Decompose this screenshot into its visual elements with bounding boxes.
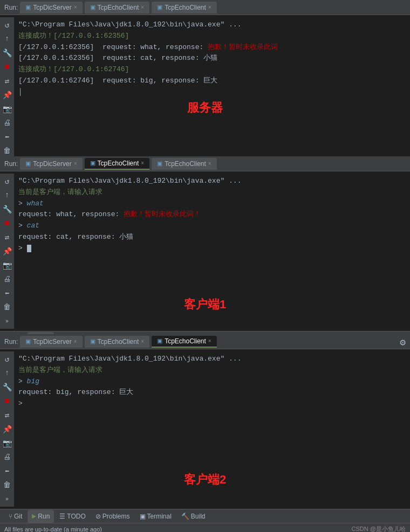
client1-tab-2[interactable]: ▣ TcpEchoClient × — [85, 158, 150, 170]
run-triangle-3: ▶ — [32, 513, 36, 520]
client1-tab-1-close[interactable]: × — [74, 161, 77, 167]
client2-tab-1[interactable]: ▣ TcpDicServer × — [20, 336, 82, 348]
client2-bottom-toolbar: ⑂ Git ▶ Run ☰ TODO ⊘ Problems ▣ Terminal… — [0, 509, 410, 523]
c1-line-5: > cat — [18, 220, 406, 232]
c2-restart-btn[interactable]: ↺ — [2, 354, 12, 364]
client2-tab-1-close[interactable]: × — [74, 338, 77, 344]
server-tab-2-close[interactable]: × — [141, 4, 144, 10]
client2-tab-3-close[interactable]: × — [208, 338, 211, 344]
client1-tab-1-icon: ▣ — [25, 160, 31, 167]
client1-tab-3-label: TcpEchoClient — [165, 160, 206, 168]
c1-cursor-line: > — [18, 243, 406, 254]
problems-tab-3[interactable]: ⊘ Problems — [91, 510, 134, 523]
client2-tab-2-icon: ▣ — [90, 338, 95, 345]
c1-input-what: what — [27, 199, 44, 208]
server-run-label: Run: — [4, 4, 18, 11]
terminal-label-3: Terminal — [147, 513, 172, 520]
client1-tab-2-close[interactable]: × — [141, 160, 144, 166]
server-tab-3[interactable]: ▣ TcpEchoClient × — [152, 2, 217, 13]
trash-btn[interactable]: 🗑 — [2, 146, 12, 156]
pin-btn[interactable]: 📌 — [2, 89, 12, 100]
c2-input-big: big — [27, 377, 39, 385]
c2-wrench-btn[interactable]: 🔧 — [2, 382, 12, 392]
c1-back-btn[interactable]: ⬅ — [2, 288, 12, 299]
c1-stop-btn[interactable]: ■ — [2, 218, 12, 229]
terminal-tab-3[interactable]: ▣ Terminal — [135, 510, 176, 523]
wrap-btn[interactable]: ⇄ — [2, 75, 12, 86]
c1-camera-btn[interactable]: 📷 — [2, 260, 12, 271]
client2-tab-3-label: TcpEchoClient — [165, 337, 206, 345]
client2-console: ↺ ↑ 🔧 ■ ⇄ 📌 📷 🖨 ⬅ 🗑 » "C:\Program Files\… — [0, 349, 410, 509]
c2-more-btn[interactable]: » — [2, 494, 12, 505]
server-tab-1-icon: ▣ — [25, 4, 31, 11]
client2-tab-2-close[interactable]: × — [141, 338, 144, 344]
client1-output: "C:\Program Files\Java\jdk1.8.0_192\bin\… — [14, 174, 410, 329]
client2-run-label: Run: — [4, 338, 18, 346]
client1-panel: Run: ▣ TcpDicServer × ▣ TcpEchoClient × … — [0, 156, 410, 334]
c1-line-4: request: what, response: 抱歉！暂时未收录此词！ — [18, 209, 406, 220]
c2-trash-btn[interactable]: 🗑 — [2, 480, 12, 490]
server-tab-3-label: TcpEchoClient — [165, 4, 206, 11]
c2-wrap-btn[interactable]: ⇄ — [2, 410, 12, 420]
c1-trash-btn[interactable]: 🗑 — [2, 302, 12, 313]
git-icon-3: ⑂ — [9, 513, 12, 520]
c1-pin-btn[interactable]: 📌 — [2, 246, 12, 257]
back-btn[interactable]: ⬅ — [2, 132, 12, 142]
client2-run-bar: Run: ▣ TcpDicServer × ▣ TcpEchoClient × … — [0, 334, 410, 349]
client2-tab-3[interactable]: ▣ TcpEchoClient × — [152, 336, 217, 348]
c2-camera-btn[interactable]: 📷 — [2, 438, 12, 448]
c2-line-4: request: big, response: 巨大 — [18, 387, 406, 398]
c1-more-btn[interactable]: » — [2, 316, 12, 327]
csdn-badge: CSDN @是小鱼儿哈 — [352, 525, 406, 532]
camera-btn[interactable]: 📷 — [2, 103, 12, 114]
client2-tab-1-label: TcpDicServer — [33, 338, 71, 346]
client1-tab-3[interactable]: ▣ TcpEchoClient × — [152, 158, 217, 170]
todo-label-3: TODO — [67, 513, 85, 520]
server-tab-2[interactable]: ▣ TcpEchoClient × — [85, 2, 150, 13]
client1-run-label: Run: — [4, 160, 18, 168]
run-label-3: Run — [38, 513, 50, 520]
restart-btn[interactable]: ↺ — [2, 19, 12, 30]
c2-line-3: > big — [18, 376, 406, 388]
build-label-3: Build — [191, 513, 206, 520]
c1-wrench-btn[interactable]: 🔧 — [2, 204, 12, 215]
client1-tab-3-close[interactable]: × — [208, 161, 211, 167]
print-btn[interactable]: 🖨 — [2, 118, 12, 128]
c2-back-btn[interactable]: ⬅ — [2, 466, 12, 476]
server-tab-1-close[interactable]: × — [74, 4, 77, 10]
c2-print-btn[interactable]: 🖨 — [2, 452, 12, 462]
client1-tab-1[interactable]: ▣ TcpDicServer × — [20, 158, 82, 170]
server-toolbar: ↺ ↑ 🔧 ■ ⇄ 📌 📷 🖨 ⬅ 🗑 » — [0, 17, 14, 172]
c2-line-2: 当前是客户端，请输入请求 — [18, 365, 406, 376]
up-btn[interactable]: ↑ — [2, 33, 12, 44]
c2-pin-btn[interactable]: 📌 — [2, 424, 12, 434]
c1-response-red-1: 抱歉！暂时未收录此词！ — [124, 210, 201, 218]
client1-tab-3-icon: ▣ — [157, 160, 162, 167]
build-tab-3[interactable]: 🔨 Build — [177, 510, 210, 523]
c2-stop-btn[interactable]: ■ — [2, 396, 12, 406]
server-tab-3-close[interactable]: × — [208, 4, 211, 10]
client2-tab-2[interactable]: ▣ TcpEchoClient × — [85, 336, 150, 348]
wrench-btn[interactable]: 🔧 — [2, 47, 12, 58]
c1-print-btn[interactable]: 🖨 — [2, 274, 12, 285]
c1-restart-btn[interactable]: ↺ — [2, 176, 12, 186]
todo-icon-3: ☰ — [59, 513, 65, 520]
client1-toolbar: ↺ ↑ 🔧 ■ ⇄ 📌 📷 🖨 ⬅ 🗑 » — [0, 174, 14, 329]
c1-cursor — [27, 245, 31, 252]
c1-up-btn[interactable]: ↑ — [2, 190, 12, 201]
client2-tab-1-icon: ▣ — [25, 338, 31, 345]
client2-status-text: All files are up-to-date (a minute ago) — [4, 526, 102, 533]
server-tab-2-label: TcpEchoClient — [98, 4, 139, 11]
run-tab-3[interactable]: ▶ Run — [28, 510, 54, 523]
client1-run-bar: Run: ▣ TcpDicServer × ▣ TcpEchoClient × … — [0, 156, 410, 171]
client1-console: ↺ ↑ 🔧 ■ ⇄ 📌 📷 🖨 ⬅ 🗑 » "C:\Program Files\… — [0, 171, 410, 331]
stop-btn[interactable]: ■ — [2, 61, 12, 72]
problems-label-3: Problems — [102, 513, 130, 520]
c2-up-btn[interactable]: ↑ — [2, 368, 12, 378]
server-tab-1[interactable]: ▣ TcpDicServer × — [20, 2, 82, 13]
git-tab-3[interactable]: ⑂ Git — [4, 510, 26, 523]
c1-line-1: "C:\Program Files\Java\jdk1.8.0_192\bin\… — [18, 176, 406, 187]
gear-icon[interactable]: ⚙ — [400, 336, 406, 348]
todo-tab-3[interactable]: ☰ TODO — [55, 510, 90, 523]
c1-wrap-btn[interactable]: ⇄ — [2, 232, 12, 243]
